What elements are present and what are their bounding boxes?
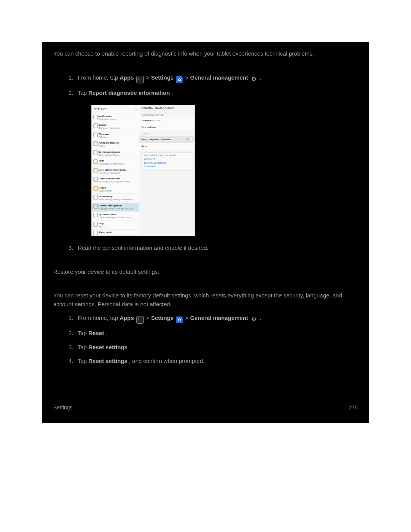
ss-left-header: SETTINGS: [94, 107, 107, 112]
sidebar-item[interactable]: DisplayBrightness, Home screen: [92, 122, 139, 131]
end: .: [105, 330, 107, 336]
item-icon: [93, 177, 98, 182]
report-diag-label: Report diagnostic information: [142, 138, 171, 141]
step-2: 2. Tap Reset .: [68, 329, 358, 338]
sidebar-item[interactable]: Advanced featuresGames: [92, 140, 139, 149]
item-subtitle: Block, allow, prioritize: [99, 118, 137, 121]
sidebar-item[interactable]: NotificationsBlock, allow, prioritize: [92, 113, 139, 123]
item-title: Display: [99, 123, 137, 127]
reset-settings-label: Reset settings: [88, 344, 127, 350]
step-1: 1. From home, tap Apps ⋮⋮⋮ > Settings ✿ …: [68, 314, 358, 324]
link-accounts[interactable]: ACCOUNTS: [144, 158, 190, 161]
item-icon: [93, 123, 98, 128]
item-icon: [93, 231, 98, 235]
sidebar-item[interactable]: System updatesCheck for new system updat…: [92, 212, 139, 221]
item-title: Accessibility: [99, 195, 137, 198]
item-subtitle: Help: [99, 225, 137, 228]
item-subtitle: Vision, Hearing, Dexterity and interacti…: [99, 198, 137, 201]
sidebar-item[interactable]: Device maintenanceBattery, Storage, Memo…: [92, 149, 139, 158]
item-subtitle: Brightness, Home screen: [99, 127, 137, 130]
item-title: Google: [99, 186, 137, 190]
sidebar-item[interactable]: GoogleGoogle settings: [92, 185, 139, 194]
search-icon[interactable]: ⌕: [135, 107, 137, 112]
end: , and confirm when prompted.: [129, 358, 204, 364]
text: Tap: [78, 344, 88, 350]
sidebar-item[interactable]: WallpaperWallpaper: [92, 131, 139, 141]
item-subtitle: Samsung Cloud, Backup and restore: [99, 181, 137, 184]
item-subtitle: Google settings: [99, 190, 137, 193]
item-icon: [93, 168, 98, 173]
item-subtitle: Wallpaper: [99, 136, 137, 139]
item-title: Advanced features: [99, 141, 137, 145]
item-subtitle: Language and input, Date and time, Res..…: [99, 208, 137, 211]
step-4: 4. Tap Reset settings , and confirm when…: [68, 357, 358, 366]
step-3: 3. Read the consent information and enab…: [68, 244, 358, 252]
sidebar-item[interactable]: Cloud and accountsSamsung Cloud, Backup …: [92, 176, 139, 185]
report-diag[interactable]: Report diagnostic information: [139, 136, 194, 143]
date-time[interactable]: Date and time: [139, 124, 194, 131]
item-title: General management: [99, 204, 137, 208]
looking-for-box: LOOKING FOR SOMETHING ELSE? ACCOUNTS BAC…: [142, 152, 192, 171]
footer-section: Settings: [53, 404, 73, 412]
apps-label: Apps: [119, 315, 134, 321]
end: .: [260, 315, 261, 321]
sidebar-item[interactable]: About tablet: [92, 230, 139, 236]
item-icon: [93, 115, 98, 119]
settings-label: Settings: [151, 315, 174, 321]
item-title: Notifications: [99, 115, 137, 118]
sliders-icon: ⚙: [250, 76, 257, 83]
sep: >: [146, 315, 151, 321]
settings-icon: ✿: [176, 316, 183, 323]
sep: >: [185, 315, 190, 321]
item-icon: [93, 150, 98, 155]
end: .: [129, 344, 131, 350]
text: From home, tap: [78, 315, 119, 321]
settings-label: Settings: [151, 74, 174, 81]
end: .: [260, 74, 261, 81]
item-icon: [93, 195, 98, 200]
apps-icon: ⋮⋮⋮: [136, 76, 144, 83]
sidebar-item[interactable]: Lock screen and securityLock screen, Fin…: [92, 167, 139, 176]
sidebar-item[interactable]: AppsDefault apps, App permissions: [92, 158, 139, 167]
step-2: 2. Tap Report diagnostic information .: [68, 89, 358, 97]
section2-steps: 1. From home, tap Apps ⋮⋮⋮ > Settings ✿ …: [53, 314, 358, 366]
toggle-icon[interactable]: [186, 138, 192, 141]
item-title: About tablet: [99, 231, 137, 234]
reset-section: Restore your device to its default setti…: [53, 268, 358, 276]
box-heading: LOOKING FOR SOMETHING ELSE?: [144, 154, 190, 157]
item-subtitle: Games: [99, 145, 137, 148]
text: Tap: [78, 89, 88, 96]
sidebar-item[interactable]: AccessibilityVision, Hearing, Dexterity …: [92, 194, 139, 203]
rdi-label: Report diagnostic information: [88, 89, 170, 96]
item-title: Apps: [99, 159, 137, 163]
gm-label: General management: [190, 315, 248, 321]
item-title: Device maintenance: [99, 150, 137, 154]
manual-page: You can choose to enable reporting of di…: [42, 42, 369, 423]
step-num: 3.: [68, 343, 76, 352]
link-backup[interactable]: BACKUP AND RESTORE: [144, 161, 190, 165]
item-subtitle: Default apps, App permissions: [99, 163, 137, 166]
reset-item[interactable]: Reset: [139, 143, 194, 150]
text: From home, tap: [78, 74, 119, 81]
item-icon: [93, 133, 98, 137]
text: Tap: [78, 330, 88, 336]
settings-screenshot: SETTINGS ⌕ NotificationsBlock, allow, pr…: [91, 105, 195, 236]
reset-desc: Restore your device to its default setti…: [53, 268, 358, 276]
text: Tap: [78, 358, 88, 364]
sep: >: [146, 74, 151, 81]
item-subtitle: Battery, Storage, Memory: [99, 154, 137, 157]
item-subtitle: Lock screen, Fingerprints: [99, 172, 137, 175]
text: Read the consent information and enable …: [78, 244, 209, 251]
sidebar-item[interactable]: HelpHelp: [92, 221, 139, 230]
section-label: SUPPORT: [139, 131, 194, 136]
item-icon: [93, 159, 98, 164]
apps-label: Apps: [119, 74, 134, 81]
step-num: 4.: [68, 357, 76, 366]
item-title: System updates: [99, 213, 137, 216]
link-data[interactable]: DATA USAGE: [144, 165, 190, 169]
sidebar-item[interactable]: General managementLanguage and input, Da…: [92, 203, 139, 212]
step-num: 1.: [68, 73, 76, 82]
apps-icon: ⋮⋮⋮: [136, 316, 144, 324]
lang-input[interactable]: Language and input: [139, 117, 194, 124]
item-icon: [93, 213, 98, 217]
